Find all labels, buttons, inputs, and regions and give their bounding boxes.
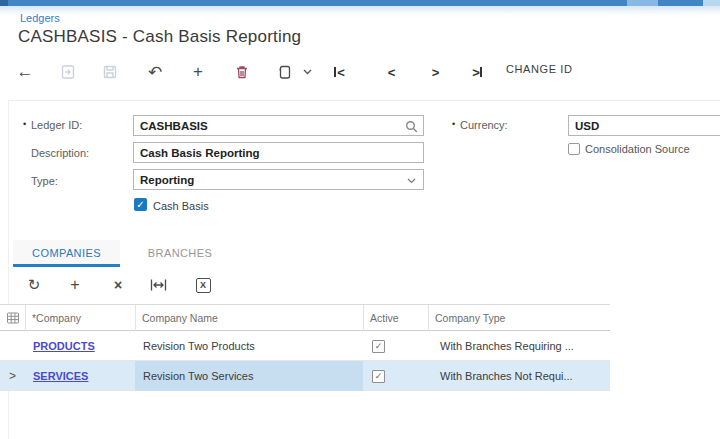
add-record-icon[interactable]: + [185,61,211,83]
consolidation-source-checkbox[interactable] [568,143,580,155]
currency-field[interactable]: USD [568,115,720,136]
ledger-id-field[interactable]: CASHBASIS [133,115,424,136]
breadcrumb-ledgers[interactable]: Ledgers [20,12,60,24]
required-marker-currency: • [452,119,455,129]
column-header-company-name[interactable]: Company Name [135,305,363,331]
back-arrow-icon[interactable]: ← [12,61,38,83]
column-header-active[interactable]: Active [363,305,428,331]
last-record-bar [480,67,482,77]
column-header-company-type[interactable]: Company Type [428,305,610,331]
table-row-services[interactable]: > SERVICES Revision Two Services ✓ With … [0,361,610,391]
description-field[interactable]: Cash Basis Reporting [133,142,424,163]
ledger-id-label: Ledger ID: [31,119,82,131]
delete-row-icon[interactable]: × [106,275,130,295]
form-top-divider [8,100,720,101]
company-link-services[interactable]: SERVICES [33,370,88,382]
description-value: Cash Basis Reporting [140,147,260,159]
checkmark-icon: ✓ [136,199,144,210]
grid-header-row: *Company Company Name Active Company Typ… [0,304,610,331]
copy-dropdown-chevron-icon[interactable] [299,61,315,83]
description-label: Description: [31,147,89,159]
save-icon [97,61,123,83]
go-last-record-icon[interactable]: > [464,61,490,83]
currency-label: Currency: [460,119,508,131]
company-type-cell[interactable]: With Branches Not Requi... [428,361,610,391]
top-strip-fade [0,6,720,15]
column-header-company[interactable]: *Company [25,305,135,331]
row-indicator-cell [0,331,25,361]
delete-icon[interactable] [229,61,255,83]
active-tab-underline [13,264,120,267]
excel-box-glyph: X [196,278,211,293]
first-record-chevron: < [337,65,344,80]
export-excel-icon[interactable]: X [191,275,215,295]
go-next-record-icon[interactable]: > [422,61,448,83]
last-record-chevron: > [472,65,479,80]
undo-icon[interactable]: ↶ [142,61,168,83]
chevron-down-icon [407,178,416,184]
add-row-icon[interactable]: + [63,275,87,295]
copy-paste-icon[interactable] [272,61,298,83]
cash-basis-checkbox[interactable]: ✓ [134,198,147,211]
search-icon[interactable] [404,119,419,134]
company-cell: SERVICES [25,361,135,391]
ledger-id-value: CASHBASIS [140,120,208,132]
selected-row-indicator: > [0,361,25,391]
page-title: CASHBASIS - Cash Basis Reporting [18,27,301,47]
company-name-cell[interactable]: Revision Two Products [135,331,363,361]
company-type-cell[interactable]: With Branches Requiring ... [428,331,610,361]
grid-settings-icon[interactable] [0,305,25,331]
save-and-close-icon [55,61,81,83]
type-value: Reporting [140,174,194,186]
tab-branches[interactable]: BRANCHES [132,240,228,266]
company-name-cell-focused[interactable]: Revision Two Services [135,361,363,391]
company-cell: PRODUCTS [25,331,135,361]
active-cell: ✓ [363,331,428,361]
active-checkbox[interactable]: ✓ [372,370,385,383]
active-checkbox[interactable]: ✓ [372,340,385,353]
company-link-products[interactable]: PRODUCTS [33,340,95,352]
type-dropdown[interactable]: Reporting [133,169,424,190]
go-prev-record-icon[interactable]: < [378,61,404,83]
ledgers-window: Ledgers CASHBASIS - Cash Basis Reporting… [0,0,720,439]
currency-value: USD [575,120,599,132]
table-row-products[interactable]: PRODUCTS Revision Two Products ✓ With Br… [0,331,610,361]
required-marker-ledger-id: • [23,119,26,129]
active-cell: ✓ [363,361,428,391]
consolidation-source-label: Consolidation Source [585,143,690,155]
refresh-icon[interactable]: ↻ [22,275,46,295]
cash-basis-label: Cash Basis [153,200,209,212]
type-label: Type: [31,175,58,187]
tab-companies[interactable]: COMPANIES [13,240,120,266]
fit-columns-icon[interactable] [146,275,170,295]
change-id-button[interactable]: CHANGE ID [506,63,573,75]
go-first-record-icon[interactable]: < [326,61,352,83]
first-record-bar [334,67,336,77]
